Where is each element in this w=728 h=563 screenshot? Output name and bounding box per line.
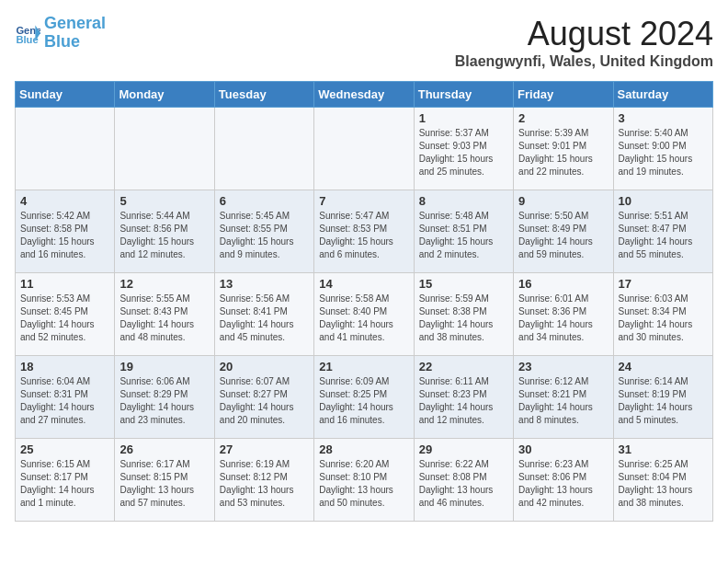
- day-number: 20: [220, 360, 309, 373]
- day-info: Sunrise: 6:09 AM Sunset: 8:25 PM Dayligh…: [319, 375, 408, 427]
- calendar-cell: 30Sunrise: 6:23 AM Sunset: 8:06 PM Dayli…: [514, 439, 613, 522]
- calendar-cell: 4Sunrise: 5:42 AM Sunset: 8:58 PM Daylig…: [16, 190, 115, 273]
- day-number: 2: [518, 111, 608, 125]
- calendar-cell: 31Sunrise: 6:25 AM Sunset: 8:04 PM Dayli…: [613, 439, 712, 522]
- day-info: Sunrise: 6:19 AM Sunset: 8:12 PM Dayligh…: [220, 458, 309, 510]
- calendar-table: SundayMondayTuesdayWednesdayThursdayFrid…: [15, 81, 713, 522]
- calendar-cell: 13Sunrise: 5:56 AM Sunset: 8:41 PM Dayli…: [214, 273, 313, 356]
- day-info: Sunrise: 6:25 AM Sunset: 8:04 PM Dayligh…: [619, 458, 708, 510]
- calendar-cell: 9Sunrise: 5:50 AM Sunset: 8:49 PM Daylig…: [514, 190, 613, 273]
- day-number: 30: [518, 442, 608, 456]
- main-title: August 2024: [455, 15, 713, 53]
- calendar-cell: 18Sunrise: 6:04 AM Sunset: 8:31 PM Dayli…: [16, 356, 115, 439]
- calendar-week-row: 4Sunrise: 5:42 AM Sunset: 8:58 PM Daylig…: [16, 190, 713, 273]
- day-number: 12: [119, 277, 209, 291]
- title-area: August 2024 Blaengwynfi, Wales, United K…: [455, 15, 713, 70]
- calendar-cell: 28Sunrise: 6:20 AM Sunset: 8:10 PM Dayli…: [314, 439, 414, 522]
- calendar-cell: 19Sunrise: 6:06 AM Sunset: 8:29 PM Dayli…: [115, 356, 214, 439]
- day-number: 3: [619, 111, 708, 125]
- day-number: 16: [518, 277, 608, 291]
- day-info: Sunrise: 6:11 AM Sunset: 8:23 PM Dayligh…: [419, 375, 508, 427]
- day-number: 5: [119, 194, 209, 208]
- calendar-cell: 1Sunrise: 5:37 AM Sunset: 9:03 PM Daylig…: [414, 108, 513, 190]
- day-number: 28: [319, 442, 408, 456]
- day-header-sunday: Sunday: [16, 82, 115, 108]
- logo-text: General Blue: [44, 15, 106, 52]
- day-info: Sunrise: 6:22 AM Sunset: 8:08 PM Dayligh…: [419, 458, 508, 510]
- calendar-cell: [16, 108, 115, 190]
- calendar-cell: 11Sunrise: 5:53 AM Sunset: 8:45 PM Dayli…: [16, 273, 115, 356]
- calendar-week-row: 18Sunrise: 6:04 AM Sunset: 8:31 PM Dayli…: [16, 356, 713, 439]
- day-number: 11: [20, 277, 109, 291]
- day-info: Sunrise: 6:03 AM Sunset: 8:34 PM Dayligh…: [619, 293, 708, 344]
- day-number: 24: [619, 360, 708, 373]
- calendar-week-row: 11Sunrise: 5:53 AM Sunset: 8:45 PM Dayli…: [16, 273, 713, 356]
- day-number: 15: [419, 277, 508, 291]
- day-number: 14: [319, 277, 408, 291]
- day-number: 29: [419, 442, 508, 456]
- day-info: Sunrise: 6:23 AM Sunset: 8:06 PM Dayligh…: [518, 458, 608, 510]
- day-number: 7: [319, 194, 408, 208]
- day-info: Sunrise: 5:56 AM Sunset: 8:41 PM Dayligh…: [220, 293, 309, 344]
- day-info: Sunrise: 6:06 AM Sunset: 8:29 PM Dayligh…: [119, 375, 209, 427]
- day-info: Sunrise: 5:59 AM Sunset: 8:38 PM Dayligh…: [419, 293, 508, 344]
- day-info: Sunrise: 6:15 AM Sunset: 8:17 PM Dayligh…: [20, 458, 109, 510]
- day-number: 21: [319, 360, 408, 373]
- day-number: 13: [220, 277, 309, 291]
- day-number: 9: [518, 194, 608, 208]
- day-info: Sunrise: 5:58 AM Sunset: 8:40 PM Dayligh…: [319, 293, 408, 344]
- calendar-body: 1Sunrise: 5:37 AM Sunset: 9:03 PM Daylig…: [16, 108, 713, 522]
- day-info: Sunrise: 6:17 AM Sunset: 8:15 PM Dayligh…: [119, 458, 209, 510]
- day-number: 23: [518, 360, 608, 373]
- calendar-cell: 25Sunrise: 6:15 AM Sunset: 8:17 PM Dayli…: [16, 439, 115, 522]
- day-info: Sunrise: 5:48 AM Sunset: 8:51 PM Dayligh…: [419, 210, 508, 261]
- day-number: 27: [220, 442, 309, 456]
- calendar-cell: 14Sunrise: 5:58 AM Sunset: 8:40 PM Dayli…: [314, 273, 414, 356]
- day-number: 1: [419, 111, 508, 125]
- calendar-cell: 24Sunrise: 6:14 AM Sunset: 8:19 PM Dayli…: [613, 356, 712, 439]
- subtitle: Blaengwynfi, Wales, United Kingdom: [455, 53, 713, 70]
- calendar-cell: 17Sunrise: 6:03 AM Sunset: 8:34 PM Dayli…: [613, 273, 712, 356]
- calendar-cell: 29Sunrise: 6:22 AM Sunset: 8:08 PM Dayli…: [414, 439, 513, 522]
- day-info: Sunrise: 5:40 AM Sunset: 9:00 PM Dayligh…: [619, 127, 708, 178]
- day-info: Sunrise: 5:39 AM Sunset: 9:01 PM Dayligh…: [518, 127, 608, 178]
- day-number: 4: [20, 194, 109, 208]
- day-number: 31: [619, 442, 708, 456]
- calendar-cell: 16Sunrise: 6:01 AM Sunset: 8:36 PM Dayli…: [514, 273, 613, 356]
- day-info: Sunrise: 5:50 AM Sunset: 8:49 PM Dayligh…: [518, 210, 608, 261]
- calendar-cell: 6Sunrise: 5:45 AM Sunset: 8:55 PM Daylig…: [214, 190, 313, 273]
- day-info: Sunrise: 6:04 AM Sunset: 8:31 PM Dayligh…: [20, 375, 109, 427]
- calendar-cell: 20Sunrise: 6:07 AM Sunset: 8:27 PM Dayli…: [214, 356, 313, 439]
- logo-line1: General: [44, 14, 106, 32]
- calendar-cell: 22Sunrise: 6:11 AM Sunset: 8:23 PM Dayli…: [414, 356, 513, 439]
- day-info: Sunrise: 6:07 AM Sunset: 8:27 PM Dayligh…: [220, 375, 309, 427]
- calendar-cell: 15Sunrise: 5:59 AM Sunset: 8:38 PM Dayli…: [414, 273, 513, 356]
- calendar-cell: 2Sunrise: 5:39 AM Sunset: 9:01 PM Daylig…: [514, 108, 613, 190]
- calendar-cell: 10Sunrise: 5:51 AM Sunset: 8:47 PM Dayli…: [613, 190, 712, 273]
- calendar-cell: 3Sunrise: 5:40 AM Sunset: 9:00 PM Daylig…: [613, 108, 712, 190]
- day-info: Sunrise: 5:44 AM Sunset: 8:56 PM Dayligh…: [119, 210, 209, 261]
- calendar-cell: 26Sunrise: 6:17 AM Sunset: 8:15 PM Dayli…: [115, 439, 214, 522]
- calendar-cell: [115, 108, 214, 190]
- calendar-cell: 27Sunrise: 6:19 AM Sunset: 8:12 PM Dayli…: [214, 439, 313, 522]
- calendar-cell: [314, 108, 414, 190]
- day-info: Sunrise: 6:20 AM Sunset: 8:10 PM Dayligh…: [319, 458, 408, 510]
- day-info: Sunrise: 5:37 AM Sunset: 9:03 PM Dayligh…: [419, 127, 508, 178]
- day-info: Sunrise: 5:47 AM Sunset: 8:53 PM Dayligh…: [319, 210, 408, 261]
- calendar-week-row: 25Sunrise: 6:15 AM Sunset: 8:17 PM Dayli…: [16, 439, 713, 522]
- calendar-cell: 5Sunrise: 5:44 AM Sunset: 8:56 PM Daylig…: [115, 190, 214, 273]
- day-number: 17: [619, 277, 708, 291]
- logo: General Blue General Blue: [15, 15, 106, 52]
- day-info: Sunrise: 6:01 AM Sunset: 8:36 PM Dayligh…: [518, 293, 608, 344]
- day-number: 26: [119, 442, 209, 456]
- day-info: Sunrise: 5:51 AM Sunset: 8:47 PM Dayligh…: [619, 210, 708, 261]
- logo-icon: General Blue: [15, 20, 40, 46]
- day-number: 22: [419, 360, 508, 373]
- header: General Blue General Blue August 2024 Bl…: [15, 15, 713, 70]
- day-header-monday: Monday: [115, 82, 214, 108]
- day-info: Sunrise: 6:12 AM Sunset: 8:21 PM Dayligh…: [518, 375, 608, 427]
- calendar-header-row: SundayMondayTuesdayWednesdayThursdayFrid…: [16, 82, 713, 108]
- day-number: 10: [619, 194, 708, 208]
- day-info: Sunrise: 6:14 AM Sunset: 8:19 PM Dayligh…: [619, 375, 708, 427]
- calendar-week-row: 1Sunrise: 5:37 AM Sunset: 9:03 PM Daylig…: [16, 108, 713, 190]
